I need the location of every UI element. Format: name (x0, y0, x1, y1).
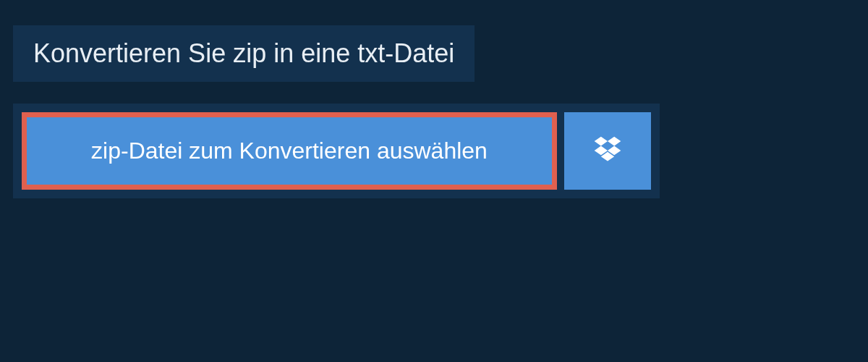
upload-panel: zip-Datei zum Konvertieren auswählen (13, 104, 660, 198)
page-title: Konvertieren Sie zip in eine txt-Datei (13, 25, 475, 82)
dropbox-icon (592, 134, 624, 168)
select-file-label: zip-Datei zum Konvertieren auswählen (91, 138, 488, 164)
select-file-button[interactable]: zip-Datei zum Konvertieren auswählen (22, 112, 557, 190)
dropbox-button[interactable] (564, 112, 651, 190)
